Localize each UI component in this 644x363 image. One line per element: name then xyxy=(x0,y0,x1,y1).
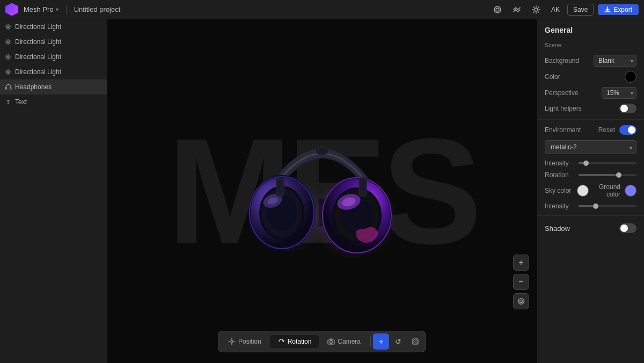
shadow-toggle[interactable] xyxy=(619,223,636,233)
topbar-right: AK Save Export xyxy=(490,2,639,17)
sky-ground-color-row: Sky color Ground color xyxy=(537,181,644,200)
background-select[interactable]: Blank Color Gradient Image xyxy=(594,55,636,67)
shadow-row: Shadow xyxy=(537,219,644,237)
crop-action-button[interactable] xyxy=(407,333,423,350)
layer-name: Directional Light xyxy=(15,53,68,61)
layer-item[interactable]: Directional Light ✕ xyxy=(0,34,107,49)
layer-duplicate-btn[interactable] xyxy=(82,67,92,77)
app-name: Mesh Pro ▾ xyxy=(24,5,58,13)
preview-icon-btn[interactable] xyxy=(490,2,505,17)
position-icon xyxy=(228,338,236,345)
svg-rect-27 xyxy=(5,88,7,89)
animation-icon-btn[interactable] xyxy=(509,2,524,17)
svg-point-59 xyxy=(520,300,523,303)
add-action-button[interactable]: + xyxy=(373,333,389,350)
layer-delete-btn[interactable]: ✕ xyxy=(93,97,103,107)
camera-tab[interactable]: Camera xyxy=(320,335,368,348)
camera-settings-button[interactable] xyxy=(513,293,529,309)
light-helpers-label: Light helpers xyxy=(545,105,615,112)
layer-delete-btn[interactable]: ✕ xyxy=(93,22,103,32)
layer-item[interactable]: Directional Light ✕ xyxy=(0,49,107,64)
light-icon xyxy=(4,23,12,31)
export-label: Export xyxy=(613,6,632,13)
layer-name: Directional Light xyxy=(15,68,68,76)
intensity-row: Intensity xyxy=(537,157,644,169)
color-swatch[interactable] xyxy=(625,71,636,83)
viewport[interactable]: MES xyxy=(107,19,537,363)
svg-point-19 xyxy=(7,56,9,58)
layer-visibility-btn[interactable] xyxy=(71,97,81,107)
sky-color-swatch[interactable] xyxy=(577,185,589,197)
layer-visibility-btn[interactable] xyxy=(71,82,81,92)
environment-toggle[interactable] xyxy=(619,125,636,135)
app-version-chevron[interactable]: ▾ xyxy=(56,6,58,12)
environment-label: Environment xyxy=(545,126,598,134)
light-helpers-toggle[interactable] xyxy=(619,104,636,113)
layer-name: Directional Light xyxy=(15,38,68,46)
layer-visibility-btn[interactable] xyxy=(71,22,81,32)
layer-duplicate-btn[interactable] xyxy=(82,97,92,107)
environment-header: Environment Reset xyxy=(537,123,644,138)
intensity-slider[interactable] xyxy=(579,162,636,164)
zoom-out-button[interactable]: − xyxy=(513,274,529,290)
position-tab[interactable]: Position xyxy=(221,335,269,348)
layer-name: Text xyxy=(15,98,68,106)
topbar-separator xyxy=(66,5,67,14)
panel-title: General xyxy=(537,25,644,40)
env-preset-select[interactable]: metalic-2 studio outdoor sunset xyxy=(545,140,636,154)
layer-visibility-btn[interactable] xyxy=(71,67,81,77)
layer-duplicate-btn[interactable] xyxy=(82,52,92,62)
crop-icon xyxy=(412,338,419,345)
sky-color-label: Sky color xyxy=(545,187,573,194)
zoom-in-button[interactable]: + xyxy=(513,255,529,271)
panel-divider xyxy=(537,119,644,120)
shadow-label: Shadow xyxy=(545,224,615,233)
project-name[interactable]: Untitled project xyxy=(74,5,121,13)
layer-duplicate-btn[interactable] xyxy=(82,22,92,32)
ground-color-swatch[interactable] xyxy=(625,185,636,197)
layer-delete-btn[interactable]: ✕ xyxy=(93,37,103,47)
svg-point-11 xyxy=(7,26,9,28)
intensity2-slider[interactable] xyxy=(579,205,636,207)
rotation-label: Rotation xyxy=(545,171,574,179)
environment-reset-button[interactable]: Reset xyxy=(598,126,615,134)
light-icon xyxy=(4,68,12,76)
layer-delete-btn[interactable]: ✕ xyxy=(93,52,103,62)
intensity2-label: Intensity xyxy=(545,202,574,210)
svg-point-21 xyxy=(76,56,77,58)
layer-visibility-btn[interactable] xyxy=(71,37,81,47)
viewport-background: MES xyxy=(107,19,537,363)
light-icon xyxy=(4,53,12,61)
sun-icon-btn[interactable] xyxy=(529,2,544,17)
layer-item[interactable]: Directional Light ✕ xyxy=(0,64,107,79)
layer-duplicate-btn[interactable] xyxy=(82,82,92,92)
rotation-knob[interactable] xyxy=(616,172,621,178)
perspective-label: Perspective xyxy=(545,89,597,97)
svg-line-8 xyxy=(538,11,539,12)
svg-rect-18 xyxy=(86,41,90,45)
intensity-knob[interactable] xyxy=(583,161,589,166)
env-dropdown-wrap: metalic-2 studio outdoor sunset xyxy=(537,138,644,157)
layers-panel: Directional Light ✕ Directional Light xyxy=(0,19,107,363)
layer-item-headphones[interactable]: Headphones ✕ xyxy=(0,79,107,95)
layer-delete-btn[interactable]: ✕ xyxy=(93,67,103,77)
layer-visibility-btn[interactable] xyxy=(71,52,81,62)
layer-item-text[interactable]: T Text ✕ xyxy=(0,95,107,110)
perspective-select[interactable]: 15% 30% 45% 60% xyxy=(602,87,636,99)
rotation-tab[interactable]: Rotation xyxy=(270,335,319,348)
light-icon xyxy=(4,38,12,46)
layer-item[interactable]: Directional Light ✕ xyxy=(0,19,107,34)
rotation-slider[interactable] xyxy=(579,174,636,176)
svg-rect-26 xyxy=(86,71,90,75)
rotation-icon xyxy=(277,338,285,345)
export-button[interactable]: Export xyxy=(598,4,639,15)
user-initials[interactable]: AK xyxy=(548,6,563,13)
svg-point-2 xyxy=(535,8,538,11)
svg-point-58 xyxy=(518,299,524,304)
layer-delete-btn[interactable]: ✕ xyxy=(93,82,103,92)
layer-duplicate-btn[interactable] xyxy=(82,37,92,47)
save-button[interactable]: Save xyxy=(567,4,594,16)
reset-action-button[interactable]: ↺ xyxy=(390,333,406,350)
intensity2-knob[interactable] xyxy=(593,204,598,209)
ground-color-label: Ground color xyxy=(593,183,621,198)
